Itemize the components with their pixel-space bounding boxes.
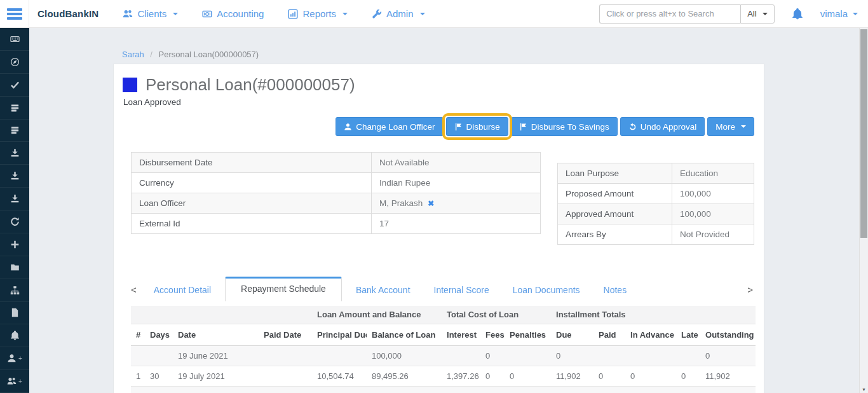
detail-value-text: 17 xyxy=(379,219,389,228)
detail-value: M, Prakash✖ xyxy=(372,193,541,214)
schedule-cell: 0 xyxy=(505,366,551,386)
search-filter-value: All xyxy=(747,9,756,18)
detail-label: Arrears By xyxy=(558,224,672,245)
detail-value: 17 xyxy=(372,214,541,234)
schedule-cell xyxy=(367,386,442,393)
schedule-cell: 0 xyxy=(480,345,505,366)
caret-down-icon xyxy=(173,13,178,15)
tab-notes[interactable]: Notes xyxy=(594,279,637,301)
scrollbar-thumb[interactable] xyxy=(860,29,867,238)
action-label: More xyxy=(715,122,735,132)
chart-icon xyxy=(288,9,298,19)
notifications-bell-icon[interactable] xyxy=(792,8,803,20)
main-nav: ClientsAccountingReportsAdmin xyxy=(123,8,424,19)
sidebar-item-compass[interactable] xyxy=(0,51,29,74)
breadcrumb-client-link[interactable]: Sarah xyxy=(122,50,144,59)
tabs-scroll-right-icon[interactable]: > xyxy=(747,278,754,301)
remove-loan-officer-icon[interactable]: ✖ xyxy=(428,199,434,208)
sidebar-item-sitemap[interactable] xyxy=(0,279,29,302)
schedule-cell xyxy=(442,386,480,393)
sidebar-item-download-2[interactable] xyxy=(0,165,29,188)
detail-value-text: Not Provided xyxy=(680,230,729,239)
column-group-row: Loan Amount and BalanceTotal Cost of Loa… xyxy=(131,306,756,324)
sidebar-item-plus[interactable] xyxy=(0,233,29,256)
tab-bank-account[interactable]: Bank Account xyxy=(346,279,420,301)
schedule-cell xyxy=(442,345,480,366)
sidebar-item-list[interactable] xyxy=(0,97,29,120)
action-disburse-button[interactable]: Disburse xyxy=(446,117,508,136)
sidebar-item-refresh[interactable] xyxy=(0,210,29,233)
detail-label-text: External Id xyxy=(139,219,180,228)
wrench-icon xyxy=(372,9,382,19)
tab-account-detail[interactable]: Account Detail xyxy=(144,279,220,301)
scrollbar-down-arrow-icon[interactable]: ▼ xyxy=(860,387,868,392)
sidebar-item-person-add[interactable]: + xyxy=(0,347,29,370)
breadcrumb-separator: / xyxy=(150,50,153,59)
table-row: Loan PurposeEducation xyxy=(558,163,754,184)
column-header-paid: Paid xyxy=(593,324,625,345)
sidebar-item-download-3[interactable] xyxy=(0,188,29,210)
loan-tabs: <Account DetailRepayment ScheduleBank Ac… xyxy=(114,245,764,301)
table-row: 13019 July 202110,504.7489,495.261,397.2… xyxy=(131,366,756,386)
sidebar-item-file[interactable] xyxy=(0,302,29,325)
schedule-cell xyxy=(505,345,551,366)
schedule-cell: 0 xyxy=(551,345,593,366)
schedule-cell xyxy=(676,345,700,366)
sidebar: ++ xyxy=(0,28,29,393)
sidebar-item-bell[interactable] xyxy=(0,324,29,347)
action-disburse-to-savings-button[interactable]: Disburse To Savings xyxy=(511,117,618,136)
hamburger-menu-icon[interactable] xyxy=(0,0,29,27)
caret-down-icon xyxy=(342,13,348,15)
refresh-icon xyxy=(10,217,20,226)
vertical-scrollbar[interactable]: ▼ xyxy=(859,28,868,393)
detail-label-text: Arrears By xyxy=(566,230,606,239)
schedule-cell: 11,902 xyxy=(551,366,593,386)
schedule-cell xyxy=(131,345,145,366)
column-header-row: #DaysDatePaid DatePrincipal DueBalance o… xyxy=(131,324,756,345)
user-menu[interactable]: vimala xyxy=(820,8,858,19)
column-header-paid-date: Paid Date xyxy=(259,324,312,345)
tabs-scroll-left-icon[interactable]: < xyxy=(131,278,144,301)
sidebar-item-download[interactable] xyxy=(0,142,29,165)
search-filter-dropdown[interactable]: All xyxy=(740,4,774,24)
sidebar-item-list-2[interactable] xyxy=(0,120,29,142)
page-title: Personal Loan(#000000057) xyxy=(146,75,355,95)
column-header-due: Due xyxy=(551,324,593,345)
detail-value: Education xyxy=(672,163,754,184)
column-group-header: Loan Amount and Balance xyxy=(312,306,442,324)
sidebar-item-keyboard[interactable] xyxy=(0,28,29,51)
sidebar-item-group-add[interactable]: + xyxy=(0,370,29,393)
nav-item-clients[interactable]: Clients xyxy=(123,8,178,19)
tab-loan-documents[interactable]: Loan Documents xyxy=(503,279,590,301)
action-change-loan-officer-button[interactable]: Change Loan Officer xyxy=(336,117,443,136)
nav-item-label: Admin xyxy=(386,8,414,19)
plus-icon: + xyxy=(18,355,22,362)
sidebar-item-check[interactable] xyxy=(0,74,29,97)
search-input[interactable] xyxy=(599,4,740,24)
detail-label: Currency xyxy=(132,173,372,193)
sidebar-item-folder[interactable] xyxy=(0,256,29,279)
detail-label-text: Disbursement Date xyxy=(139,158,213,167)
nav-item-reports[interactable]: Reports xyxy=(288,8,348,19)
loan-status-text: Loan Approved xyxy=(123,97,754,108)
action-label: Undo Approval xyxy=(641,122,697,132)
detail-value: Not Available xyxy=(372,153,541,173)
action-more-button[interactable]: More xyxy=(707,117,754,136)
loan-actions: Change Loan OfficerDisburseDisburse To S… xyxy=(114,108,764,136)
person-icon xyxy=(7,354,17,363)
detail-label: Approved Amount xyxy=(558,204,672,224)
bell-icon xyxy=(10,331,20,340)
schedule-cell xyxy=(259,366,312,386)
nav-item-accounting[interactable]: Accounting xyxy=(202,8,264,19)
caret-down-icon xyxy=(420,13,425,15)
schedule-cell: 1,397.26 xyxy=(442,366,480,386)
tab-internal-score[interactable]: Internal Score xyxy=(424,279,499,301)
caret-down-icon xyxy=(763,13,768,15)
action-undo-approval-button[interactable]: Undo Approval xyxy=(620,117,705,136)
tab-repayment-schedule[interactable]: Repayment Schedule xyxy=(225,277,342,301)
users-icon xyxy=(7,376,17,386)
schedule-cell xyxy=(145,345,173,366)
nav-item-admin[interactable]: Admin xyxy=(372,8,425,19)
column-group-header: Total Cost of Loan xyxy=(442,306,551,324)
schedule-cell: 19 July 2021 xyxy=(173,366,259,386)
